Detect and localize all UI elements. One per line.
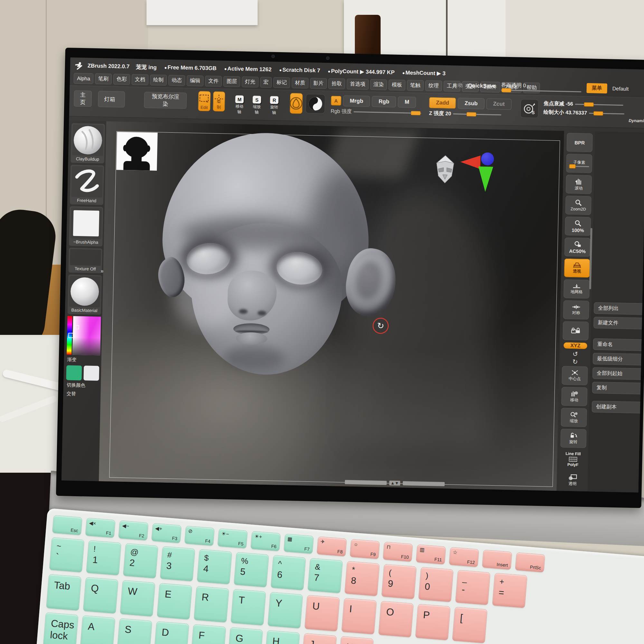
spix-control[interactable]: 子像素 [566,154,592,173]
keyboard-key[interactable]: E [157,583,192,620]
ui-opacity-control[interactable]: 界面透明 0 [501,82,582,92]
keyboard-key[interactable]: ! 1 [86,540,121,576]
tray-bar[interactable] [403,481,444,486]
scroll-button[interactable]: 滚动 [566,175,592,194]
switch-color-label[interactable]: 切换颜色 [67,382,99,389]
focal-shift-slider[interactable] [575,104,623,106]
keyboard-key[interactable]: W [120,580,155,617]
keyboard-key[interactable]: Esc FnLock [52,515,82,535]
preview-boolean-button[interactable]: 预览布尔渲染 [144,92,187,109]
home-button[interactable]: 主页 [74,90,92,107]
zcut-button[interactable]: Zcut [486,98,512,110]
move-button[interactable]: 移动 [561,387,587,406]
keyboard-key[interactable]: U [304,595,340,632]
slider-nub[interactable] [569,164,575,168]
keyboard-key[interactable]: ) 0 [418,567,454,602]
keyboard-key[interactable]: ☀+ F6 [251,531,281,551]
menu-item[interactable]: 首选项 [346,79,369,90]
brush-size-button[interactable]: S [520,99,538,118]
keyboard-key[interactable]: ▥ F11 [416,544,446,564]
floor-button[interactable]: 地网格 [563,279,590,299]
copy-button[interactable]: 复制 [592,382,644,395]
menu-item[interactable]: 宏 [260,77,272,88]
quicksave-button[interactable]: QuickSave [468,82,496,90]
axis-gizmo[interactable] [459,150,509,206]
slider-nub[interactable] [501,88,511,92]
rotate-y-button[interactable]: ↺ [573,351,578,357]
rgb-intensity-slider[interactable] [354,111,421,114]
scale-axis-button[interactable]: S 缩放轴 [251,95,263,116]
keyboard-key[interactable]: ⊘ F4 [185,526,215,546]
menu-item[interactable]: 纹理 [425,80,442,91]
menu-item[interactable]: 图层 [223,76,240,87]
list-all-button[interactable]: 全部列出 [594,302,644,315]
menu-item[interactable]: Alpha [74,73,94,84]
keyboard-key[interactable]: # 3 [160,546,195,582]
saturation-square[interactable] [72,316,101,355]
brush-selector[interactable]: ClayBuildup [71,123,105,163]
default-config-label[interactable]: Default [612,86,629,92]
keyboard-key[interactable]: _ - [455,570,491,605]
menu-item[interactable]: 文件 [205,76,222,87]
keyboard-key[interactable]: ⊓ F10 [383,542,413,562]
keyboard-key[interactable]: P [415,604,450,640]
keyboard-key[interactable]: ◀× F1 [85,518,116,538]
menu-item[interactable]: 编辑 [187,75,204,86]
z-axis-dot-icon[interactable] [481,152,494,166]
shelf-scrollbar[interactable] [589,228,592,289]
texture-selector[interactable]: Texture Off [68,248,102,273]
y-axis-arrow-icon[interactable] [478,166,493,192]
keyboard-key[interactable]: R [194,586,229,623]
keyboard-key[interactable]: ☀− F5 [217,528,248,549]
keyboard-key[interactable]: Q [83,577,118,614]
menu-item[interactable]: 色彩 [113,74,130,85]
menu-item[interactable]: 笔刷 [95,73,112,84]
keyboard-key[interactable]: ✈ F8 [317,536,347,557]
lock-camera-button[interactable] [563,321,589,341]
alternate-label[interactable]: 交替 [66,391,99,397]
slider-nub[interactable] [593,111,603,116]
keyboard-key[interactable]: ▦ F7 [284,534,314,554]
draw-button[interactable]: 绘制 [213,91,225,112]
menu-item[interactable]: 标记 [273,77,290,88]
material-selector[interactable]: BasicMaterial [68,274,102,315]
keyboard-key[interactable]: S [117,618,152,644]
scale-button[interactable]: 缩放 [561,408,587,427]
stroke-selector[interactable]: FreeHand [70,165,104,205]
all-to-start-button[interactable]: 全部到起始 [592,367,644,380]
xyz-rotation-button[interactable]: XYZ [563,342,587,349]
menu-item[interactable]: 材质 [291,78,308,89]
x-axis-arrow-icon[interactable] [460,155,480,169]
keyboard-key[interactable]: A [80,615,115,644]
edit-button[interactable]: Edit [198,91,211,111]
menu-item[interactable]: 影片 [310,78,327,89]
tray-bar[interactable] [345,480,387,485]
rotate-z-button[interactable]: ↻ [572,358,578,365]
alpha-selector[interactable]: ~BrushAlpha [69,206,103,246]
keyboard-key[interactable]: Tab [46,574,81,611]
menu-item[interactable]: 渲染 [370,79,387,90]
primary-color-swatch[interactable] [66,365,82,380]
mrgb-button[interactable]: Mrgb [343,95,370,107]
actual-size-button[interactable]: 100% [565,217,591,236]
current-material-button[interactable] [306,94,325,114]
move-axis-button[interactable]: M 移动轴 [233,95,246,115]
color-cursor[interactable] [75,325,79,329]
gradient-label[interactable]: 渐变 [67,356,100,363]
keyboard-key[interactable]: ~ ` [49,537,85,573]
create-duplicate-button[interactable]: 创建副本 [592,401,644,413]
keyboard-key[interactable]: Y [268,592,303,629]
keyboard-key[interactable]: Caps lock [43,612,78,644]
keyboard-key[interactable]: K [338,636,374,644]
secondary-color-swatch[interactable] [83,365,99,381]
sculpted-head-model[interactable] [159,131,371,393]
local-pivot-button[interactable]: 中心点 [562,366,588,385]
lightbox-button[interactable]: 灯箱 [98,91,125,108]
lowest-subdiv-button[interactable]: 最低级细分 [593,353,644,366]
keyboard-key[interactable]: H [264,630,300,644]
zadd-button[interactable]: Zadd [429,97,456,109]
keyboard-key[interactable]: ☼ F9 [350,539,380,559]
menu-item[interactable]: 动态 [168,75,185,86]
color-picker[interactable] [67,316,101,355]
menu-item[interactable]: 拾取 [328,78,345,89]
